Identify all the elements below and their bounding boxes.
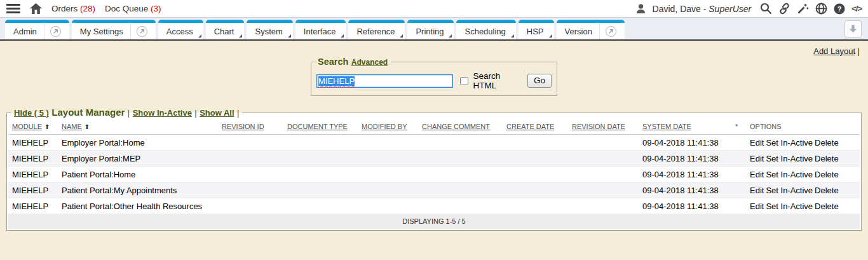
table-row[interactable]: MIEHELP Patient Portal:Other Health Reso… <box>8 198 860 214</box>
tab-version[interactable]: Version <box>557 20 625 39</box>
help-icon[interactable]: ? <box>834 3 845 15</box>
tab-label: Chart <box>214 27 234 36</box>
tab-printing[interactable]: Printing <box>407 20 454 39</box>
delete-link[interactable]: Delete <box>815 170 839 179</box>
dropdown-corner-icon <box>198 34 201 38</box>
paging-status: DISPLAYING 1-5 / 5 <box>8 214 860 229</box>
col-options: OPTIONS <box>746 120 860 135</box>
tab-chart[interactable]: Chart <box>206 20 245 39</box>
orders-label: Orders <box>51 4 78 13</box>
search-input-value: MIEHELP <box>318 76 355 86</box>
search-input[interactable]: MIEHELP <box>316 74 453 88</box>
tabbar: Admin My Settings Access Chart System In… <box>0 18 868 41</box>
search-html-checkbox[interactable] <box>460 77 468 85</box>
user-role: SuperUser <box>709 4 751 14</box>
col-module[interactable]: MODULE⬆ <box>8 120 58 135</box>
main-content: Add Layout | Search Advanced MIEHELP Sea… <box>0 41 868 260</box>
tab-label: Version <box>565 27 592 36</box>
table-row[interactable]: MIEHELP Patient Portal:My Appointments 0… <box>8 182 860 198</box>
tab-system[interactable]: System <box>247 20 292 39</box>
delete-link[interactable]: Delete <box>815 154 839 163</box>
table-footer-row: DISPLAYING 1-5 / 5 <box>8 214 860 229</box>
topbar: Orders (28) Doc Queue (3) David, Dave - … <box>0 0 868 18</box>
delete-link[interactable]: Delete <box>815 138 839 147</box>
layout-manager-legend: Hide ( 5 ) Layout Manager | Show In-Acti… <box>11 107 242 118</box>
col-document-type[interactable]: DOCUMENT TYPE <box>283 120 358 135</box>
add-layout-suffix: | <box>855 46 860 56</box>
popout-icon[interactable] <box>606 26 616 37</box>
collapse-tabbar-button[interactable] <box>844 20 862 38</box>
orders-link[interactable]: Orders (28) <box>51 4 95 13</box>
table-row[interactable]: MIEHELP Patient Portal:Home 09-04-2018 1… <box>8 167 860 182</box>
col-create-date[interactable]: CREATE DATE <box>503 120 568 135</box>
dropdown-corner-icon <box>239 34 242 38</box>
set-inactive-link[interactable]: Set In-Active <box>766 138 813 147</box>
set-inactive-link[interactable]: Set In-Active <box>766 186 813 195</box>
tab-label: HSP <box>527 27 544 36</box>
col-name[interactable]: NAME⬆ <box>58 120 218 135</box>
link-icon[interactable] <box>778 3 790 15</box>
col-change-comment[interactable]: CHANGE COMMENT <box>418 120 503 135</box>
edit-link[interactable]: Edit <box>750 138 764 147</box>
hide-link[interactable]: Hide ( 5 ) <box>14 108 49 118</box>
tab-label: Printing <box>416 27 444 36</box>
tab-label: My Settings <box>80 27 123 36</box>
set-inactive-link[interactable]: Set In-Active <box>766 170 813 179</box>
edit-link[interactable]: Edit <box>750 154 764 163</box>
search-icon[interactable] <box>760 3 772 15</box>
col-modified-by[interactable]: MODIFIED BY <box>358 120 418 135</box>
wand-icon[interactable] <box>797 3 809 15</box>
options-cell: EditSet In-ActiveDelete <box>746 182 860 198</box>
down-arrow-icon <box>848 24 858 34</box>
table-header-row: MODULE⬆ NAME⬆ REVISION ID DOCUMENT TYPE … <box>8 120 860 135</box>
menu-icon[interactable] <box>6 3 20 15</box>
tab-interface[interactable]: Interface <box>295 20 346 39</box>
dropdown-corner-icon <box>400 34 403 38</box>
tab-hsp[interactable]: HSP <box>519 20 554 39</box>
show-inactive-link[interactable]: Show In-Active <box>133 108 192 118</box>
set-inactive-link[interactable]: Set In-Active <box>766 154 813 163</box>
tab-access[interactable]: Access <box>158 20 203 39</box>
tab-label: System <box>255 27 282 36</box>
advanced-search-link[interactable]: Advanced <box>351 58 388 67</box>
col-system-date[interactable]: SYSTEM DATE <box>639 120 731 135</box>
delete-link[interactable]: Delete <box>815 202 839 211</box>
globe-icon[interactable] <box>815 3 827 15</box>
search-html-label: Search HTML <box>473 71 520 90</box>
go-button[interactable]: Go <box>527 74 552 88</box>
doc-queue-link[interactable]: Doc Queue (3) <box>105 4 161 13</box>
delete-link[interactable]: Delete <box>815 186 839 195</box>
tab-my-settings[interactable]: My Settings <box>72 20 156 39</box>
col-revision-id[interactable]: REVISION ID <box>218 120 283 135</box>
home-icon[interactable] <box>30 3 42 14</box>
col-revision-date[interactable]: REVISION DATE <box>568 120 639 135</box>
user-label: David, Dave - SuperUser <box>653 4 752 14</box>
add-layout-row: Add Layout | <box>0 41 868 56</box>
tab-scheduling[interactable]: Scheduling <box>456 20 515 39</box>
tab-label: Interface <box>304 27 336 36</box>
popout-icon[interactable] <box>50 26 61 37</box>
layout-manager-title: Layout Manager <box>51 107 125 118</box>
tab-reference[interactable]: Reference <box>348 20 405 39</box>
table-row[interactable]: MIEHELP Employer Portal:Home 09-04-2018 … <box>8 135 860 151</box>
search-legend: Search Advanced <box>316 56 391 67</box>
set-inactive-link[interactable]: Set In-Active <box>766 202 813 211</box>
tab-label: Reference <box>356 27 395 36</box>
popout-icon[interactable] <box>137 26 147 37</box>
add-layout-link[interactable]: Add Layout <box>813 46 855 56</box>
edit-link[interactable]: Edit <box>750 170 764 179</box>
tab-admin[interactable]: Admin <box>5 20 69 39</box>
tab-label: Scheduling <box>465 27 505 36</box>
edit-link[interactable]: Edit <box>750 202 764 211</box>
options-cell: EditSet In-ActiveDelete <box>746 151 860 167</box>
search-panel: Search Advanced MIEHELP Search HTML Go <box>311 56 557 96</box>
options-cell: EditSet In-ActiveDelete <box>746 198 860 214</box>
tab-divider <box>599 23 600 39</box>
show-all-link[interactable]: Show All <box>200 108 234 118</box>
dropdown-corner-icon <box>511 34 514 38</box>
code-icon[interactable]: </> <box>851 4 862 13</box>
edit-link[interactable]: Edit <box>750 186 764 195</box>
layout-table: MODULE⬆ NAME⬆ REVISION ID DOCUMENT TYPE … <box>8 120 860 229</box>
table-row[interactable]: MIEHELP Employer Portal:MEP 09-04-2018 1… <box>8 151 860 167</box>
tab-divider <box>44 23 44 39</box>
